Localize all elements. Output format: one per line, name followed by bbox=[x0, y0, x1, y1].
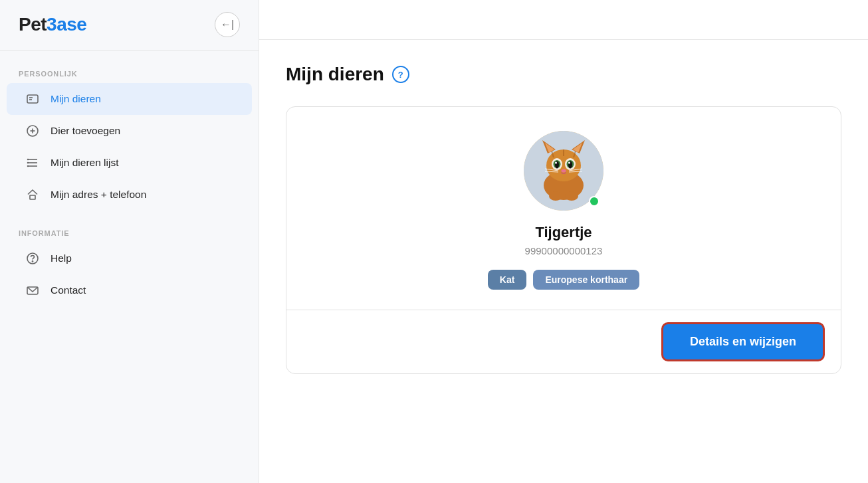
app-logo: Pet3ase bbox=[19, 14, 86, 35]
sidebar-item-mijn-adres[interactable]: Mijn adres + telefoon bbox=[7, 179, 252, 211]
top-bar bbox=[259, 0, 868, 40]
plus-circle-icon bbox=[25, 124, 40, 138]
svg-point-29 bbox=[555, 162, 557, 164]
svg-rect-12 bbox=[30, 195, 35, 199]
card-icon bbox=[25, 92, 40, 106]
pet-card: Tijgertje 99900000000123 Kat Europese ko… bbox=[286, 106, 841, 374]
page-help-icon[interactable]: ? bbox=[392, 66, 409, 83]
logo-area: Pet3ase ←| bbox=[0, 0, 259, 50]
details-wijzigen-button[interactable]: Details en wijzigen bbox=[661, 322, 825, 361]
help-circle-icon bbox=[25, 251, 40, 266]
sidebar-item-dier-toevoegen[interactable]: Dier toevoegen bbox=[7, 115, 252, 147]
sidebar-item-help[interactable]: Help bbox=[7, 242, 252, 274]
svg-point-11 bbox=[28, 166, 29, 167]
svg-point-9 bbox=[28, 159, 29, 160]
svg-point-30 bbox=[568, 162, 570, 164]
sidebar-item-mijn-dieren-lijst[interactable]: Mijn dieren lijst bbox=[7, 147, 252, 179]
collapse-sidebar-button[interactable]: ←| bbox=[215, 12, 240, 37]
section-label-informatie: INFORMATIE bbox=[0, 221, 259, 242]
collapse-icon: ←| bbox=[221, 19, 234, 31]
sidebar-item-label-mijn-adres: Mijn adres + telefoon bbox=[51, 189, 146, 201]
svg-point-37 bbox=[565, 191, 578, 201]
page-title-row: Mijn dieren ? bbox=[286, 64, 841, 85]
svg-point-14 bbox=[32, 261, 33, 262]
pet-avatar-container bbox=[524, 131, 603, 211]
pet-tag-kat: Kat bbox=[488, 270, 527, 290]
sidebar-divider-top bbox=[0, 50, 259, 51]
mail-icon bbox=[25, 283, 40, 298]
home-icon bbox=[25, 187, 40, 202]
pet-tags: Kat Europese korthaar bbox=[488, 270, 639, 290]
pet-chip-number: 99900000000123 bbox=[525, 245, 603, 256]
sidebar-item-label-dier-toevoegen: Dier toevoegen bbox=[51, 125, 120, 137]
sidebar-item-label-mijn-dieren-lijst: Mijn dieren lijst bbox=[51, 157, 119, 169]
svg-point-36 bbox=[549, 191, 562, 201]
sidebar-item-mijn-dieren[interactable]: Mijn dieren bbox=[7, 83, 252, 115]
sidebar: Pet3ase ←| PERSOONLIJK Mijn dieren Dier … bbox=[0, 0, 259, 483]
help-icon-label: ? bbox=[398, 70, 403, 80]
main-content: Mijn dieren ? bbox=[259, 0, 868, 483]
logo-3: 3 bbox=[47, 14, 56, 35]
pet-name: Tijgertje bbox=[535, 224, 592, 241]
svg-rect-0 bbox=[27, 95, 38, 103]
online-status-dot bbox=[589, 196, 599, 207]
logo-pet: Pet bbox=[19, 14, 47, 35]
logo-ase: ase bbox=[56, 14, 86, 35]
svg-point-31 bbox=[562, 169, 566, 173]
svg-point-10 bbox=[28, 163, 29, 163]
pet-tag-breed: Europese korthaar bbox=[533, 270, 639, 290]
list-icon bbox=[25, 155, 40, 170]
pet-card-top: Tijgertje 99900000000123 Kat Europese ko… bbox=[286, 107, 841, 310]
section-label-persoonlijk: PERSOONLIJK bbox=[0, 62, 259, 83]
pet-card-footer: Details en wijzigen bbox=[286, 310, 841, 373]
page-title: Mijn dieren bbox=[286, 64, 384, 85]
main-inner: Mijn dieren ? bbox=[259, 40, 868, 483]
sidebar-item-label-mijn-dieren: Mijn dieren bbox=[51, 93, 101, 105]
sidebar-item-contact[interactable]: Contact bbox=[7, 274, 252, 306]
sidebar-item-label-contact: Contact bbox=[51, 284, 86, 296]
sidebar-item-label-help: Help bbox=[51, 252, 72, 264]
